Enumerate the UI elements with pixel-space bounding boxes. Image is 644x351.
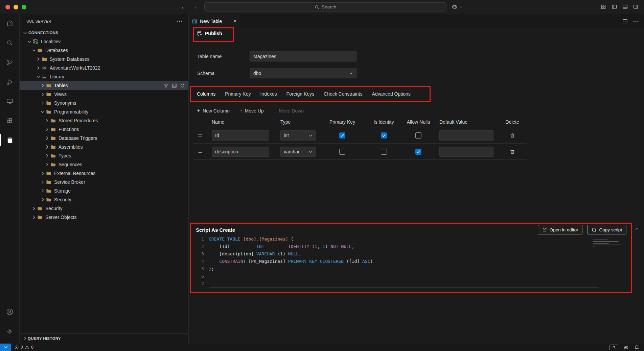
refresh-icon[interactable] (180, 83, 185, 88)
chevron-right-icon (36, 65, 41, 71)
tree-item-programmability[interactable]: Programmability (20, 107, 188, 116)
primary-key-checkbox[interactable] (339, 132, 345, 139)
copilot-menu-button[interactable] (451, 3, 463, 10)
table-grid-icon[interactable] (172, 83, 177, 88)
designer-tab-columns[interactable]: Columns (192, 87, 220, 101)
default-value-input[interactable] (439, 147, 493, 157)
designer-tab-primary-key[interactable]: Primary Key (220, 87, 255, 101)
tree-item-adventureworkslt2022[interactable]: AdventureWorksLT2022 (20, 64, 188, 72)
tree-item-connections[interactable]: CONNECTIONS (20, 28, 188, 37)
source-control-icon[interactable] (0, 54, 20, 71)
allow-nulls-checkbox[interactable] (415, 149, 421, 155)
tree-item-database-triggers[interactable]: Database Triggers (20, 134, 188, 143)
tree-item-assemblies[interactable]: Assemblies (20, 143, 188, 151)
nav-back-button[interactable]: ← (181, 3, 186, 11)
tree-item-localdev[interactable]: LocalDev (20, 37, 188, 46)
tree-item-system-databases[interactable]: System Databases (20, 55, 188, 64)
code-line-text: [Id] INT IDENTITY (1, 1) NOT NULL, (209, 243, 599, 250)
drag-handle-icon[interactable] (198, 133, 203, 138)
window-maximize-button[interactable] (22, 5, 26, 9)
is-identity-checkbox[interactable] (381, 132, 387, 139)
notifications-bell-icon[interactable] (634, 345, 639, 350)
zoom-indicator[interactable] (610, 345, 618, 350)
allow-nulls-checkbox[interactable] (415, 132, 421, 139)
nav-forward-button[interactable]: → (191, 3, 197, 11)
tree-item-label: Storage (54, 188, 71, 194)
tree-item-types[interactable]: Types (20, 151, 188, 160)
publish-button[interactable]: Publish (197, 31, 222, 36)
toggle-sidebar-right-icon[interactable] (633, 4, 639, 9)
tree-item-tables[interactable]: Tables (20, 81, 188, 90)
remote-explorer-icon[interactable] (0, 93, 20, 109)
delete-column-button[interactable] (510, 149, 515, 154)
tree-item-library[interactable]: Library (20, 72, 188, 81)
tab-close-icon[interactable]: × (233, 19, 236, 24)
open-external-icon (542, 227, 547, 232)
tab-new-table[interactable]: New Table × (189, 14, 240, 28)
table-name-input[interactable]: Magazines (250, 51, 356, 61)
tree-item-external-resources[interactable]: External Resources (20, 169, 188, 178)
move-up-button[interactable]: ↑ Move Up (240, 108, 264, 114)
drag-handle-icon[interactable] (198, 149, 203, 154)
copilot-status-icon[interactable] (623, 345, 629, 350)
tree-item-service-broker[interactable]: Service Broker (20, 178, 188, 186)
column-type-select[interactable]: int (280, 130, 316, 141)
query-history-section[interactable]: QUERY HISTORY (20, 333, 188, 343)
more-actions-icon[interactable]: ··· (177, 18, 183, 24)
schema-select[interactable]: dbo (250, 68, 356, 78)
more-editor-actions-icon[interactable]: ··· (633, 19, 639, 24)
default-value-input[interactable] (439, 130, 493, 141)
tree-item-functions[interactable]: Functions (20, 125, 188, 134)
column-name-input[interactable]: Id (212, 130, 269, 141)
toggle-panel-icon[interactable] (622, 4, 628, 9)
column-type-select[interactable]: varchar (280, 147, 316, 157)
column-name-input[interactable]: description (212, 147, 269, 157)
tree-item-security[interactable]: Security (20, 204, 188, 213)
delete-column-button[interactable] (510, 133, 515, 138)
new-column-button[interactable]: + New Column (197, 108, 230, 114)
customize-layout-icon[interactable] (601, 4, 606, 9)
search-view-icon[interactable] (0, 35, 20, 51)
tree-item-stored-procedures[interactable]: Stored Procedures (20, 116, 188, 125)
tree-item-synonyms[interactable]: Synonyms (20, 99, 188, 107)
grid-header-is-identity: Is Identity (366, 119, 401, 125)
chevron-right-icon (40, 171, 45, 176)
window-minimize-button[interactable] (14, 5, 18, 9)
window-close-button[interactable] (5, 5, 10, 9)
primary-key-checkbox[interactable] (339, 149, 345, 155)
move-down-button[interactable]: ↓ Move Down (274, 108, 304, 114)
schema-row: Schema dbo (197, 68, 356, 78)
problems-indicator[interactable]: 0 0 (14, 345, 33, 350)
remote-indicator[interactable]: >< (0, 344, 11, 351)
accounts-icon[interactable] (0, 304, 20, 320)
tree-item-server-objects[interactable]: Server Objects (20, 213, 188, 222)
open-in-editor-button[interactable]: Open in editor (538, 225, 583, 234)
designer-tab-advanced-options[interactable]: Advanced Options (367, 87, 415, 101)
filter-icon[interactable] (164, 83, 169, 88)
explorer-icon[interactable] (0, 15, 20, 31)
sidebar: SQL SERVER ··· CONNECTIONSLocalDevDataba… (20, 14, 189, 344)
tree-item-label: AdventureWorksLT2022 (50, 65, 100, 71)
is-identity-checkbox[interactable] (381, 149, 387, 155)
extensions-icon[interactable] (0, 113, 20, 129)
split-editor-icon[interactable] (622, 19, 628, 24)
designer-tab-check-constraints[interactable]: Check Constraints (319, 87, 367, 101)
tree-item-storage[interactable]: Storage (20, 186, 188, 195)
scroll-up-icon[interactable] (634, 226, 639, 231)
tree-item-sequences[interactable]: Sequences (20, 160, 188, 169)
toggle-sidebar-left-icon[interactable] (612, 4, 617, 9)
script-code[interactable]: 1CREATE TABLE [dbo].[Magazines] (2 [Id] … (191, 235, 631, 287)
sql-server-view-icon[interactable] (0, 132, 20, 148)
command-center-search[interactable]: Search (204, 2, 446, 11)
tree-item-security[interactable]: Security (20, 195, 188, 204)
designer-tab-indexes[interactable]: Indexes (255, 87, 281, 101)
designer-tab-foreign-keys[interactable]: Foreign Keys (282, 87, 319, 101)
settings-gear-icon[interactable] (0, 323, 20, 340)
tree-item-views[interactable]: Views (20, 90, 188, 99)
run-and-debug-icon[interactable] (0, 74, 20, 90)
copy-script-button[interactable]: Copy script (587, 225, 626, 234)
code-line-5: 5); (191, 265, 631, 273)
tree-item-databases[interactable]: Databases (20, 46, 188, 55)
server-icon (32, 39, 39, 44)
row-delete-cell (498, 149, 527, 154)
